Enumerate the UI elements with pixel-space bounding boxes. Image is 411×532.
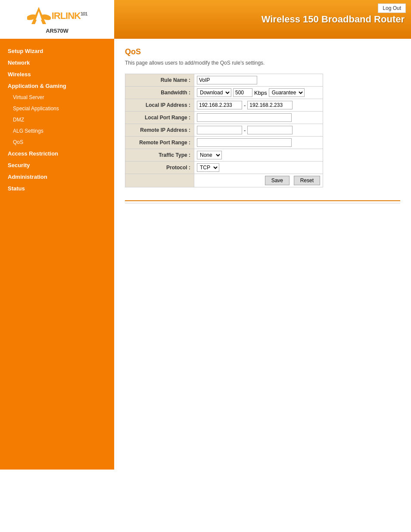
bandwidth-label: Bandwidth : <box>125 87 194 99</box>
traffic-type-label: Traffic Type : <box>125 149 194 162</box>
footer-line2 <box>125 203 400 203</box>
sidebar-item-wireless[interactable]: Wireless <box>0 68 114 80</box>
sidebar-item-access-restriction[interactable]: Access Restriction <box>0 148 114 159</box>
remote-ip-row: Remote IP Address : - <box>125 124 323 137</box>
remote-ip-cell: - <box>194 124 323 137</box>
bandwidth-controls: Download Upload Kbps Guarantee Maximum <box>197 88 320 97</box>
local-ip-to-input[interactable] <box>247 101 293 109</box>
local-port-input[interactable] <box>197 113 292 122</box>
qos-form-table: Rule Name : Bandwidth : Download Upload … <box>125 74 323 187</box>
protocol-cell: TCP UDP Both <box>194 162 323 174</box>
sidebar-item-application-gaming[interactable]: Application & Gaming <box>0 80 114 92</box>
rule-name-row: Rule Name : <box>125 74 323 87</box>
rule-name-input[interactable] <box>197 76 257 84</box>
remote-port-label: Remote Port Range : <box>125 137 194 149</box>
local-ip-from-input[interactable] <box>197 101 242 109</box>
main-container: Setup Wizard Network Wireless Applicatio… <box>0 39 411 470</box>
protocol-row: Protocol : TCP UDP Both <box>125 162 323 174</box>
sidebar-item-alg-settings[interactable]: ALG Settings <box>0 125 114 137</box>
remote-ip-controls: - <box>197 126 320 134</box>
page-description: This page allows users to add/modify the… <box>125 60 400 66</box>
airlink-logo: IRLINK101 <box>27 5 87 27</box>
local-port-label: Local Port Range : <box>125 112 194 124</box>
header-title: Wireless 150 Broadband Router <box>262 14 405 25</box>
rule-name-cell <box>194 74 323 87</box>
local-ip-controls: - <box>197 101 320 109</box>
sidebar-item-dmz[interactable]: DMZ <box>0 114 114 125</box>
protocol-select[interactable]: TCP UDP Both <box>197 163 219 172</box>
sidebar-item-administration[interactable]: Administration <box>0 171 114 183</box>
bandwidth-unit-label: Kbps <box>254 90 267 96</box>
traffic-type-cell: None VoIP HTTP FTP <box>194 149 323 162</box>
local-ip-label: Local IP Address : <box>125 99 194 112</box>
local-ip-row: Local IP Address : - <box>125 99 323 112</box>
bandwidth-direction-select[interactable]: Download Upload <box>197 88 231 97</box>
button-row: Save Reset <box>125 174 323 187</box>
sidebar-item-status[interactable]: Status <box>0 183 114 194</box>
local-ip-cell: - <box>194 99 323 112</box>
remote-ip-separator: - <box>244 127 246 134</box>
remote-port-input[interactable] <box>197 138 292 147</box>
logo-icon <box>27 5 51 27</box>
bandwidth-type-select[interactable]: Guarantee Maximum <box>269 88 305 97</box>
local-port-row: Local Port Range : <box>125 112 323 124</box>
local-port-cell <box>194 112 323 124</box>
rule-name-label: Rule Name : <box>125 74 194 87</box>
logout-button[interactable]: Log Out <box>378 3 406 13</box>
sidebar: Setup Wizard Network Wireless Applicatio… <box>0 39 114 470</box>
logo-container: IRLINK101 AR570W <box>0 0 114 39</box>
reset-button[interactable]: Reset <box>294 176 320 185</box>
protocol-label: Protocol : <box>125 162 194 174</box>
header: IRLINK101 AR570W Wireless 150 Broadband … <box>0 0 411 39</box>
remote-ip-from-input[interactable] <box>197 126 242 134</box>
button-cell: Save Reset <box>194 174 323 187</box>
model-label: AR570W <box>46 28 68 34</box>
local-ip-separator: - <box>244 102 246 109</box>
remote-ip-label: Remote IP Address : <box>125 124 194 137</box>
content-area: QoS This page allows users to add/modify… <box>114 39 411 470</box>
page-title: QoS <box>125 47 400 56</box>
traffic-type-row: Traffic Type : None VoIP HTTP FTP <box>125 149 323 162</box>
traffic-type-select[interactable]: None VoIP HTTP FTP <box>197 151 222 159</box>
bandwidth-row: Bandwidth : Download Upload Kbps Guarant… <box>125 87 323 99</box>
button-spacer <box>125 174 194 187</box>
remote-ip-to-input[interactable] <box>247 126 293 134</box>
sidebar-item-virtual-server[interactable]: Virtual Server <box>0 92 114 103</box>
sidebar-item-security[interactable]: Security <box>0 159 114 171</box>
logo-text: IRLINK101 <box>52 10 87 22</box>
remote-port-row: Remote Port Range : <box>125 137 323 149</box>
save-button[interactable]: Save <box>265 176 290 185</box>
sidebar-item-qos[interactable]: QoS <box>0 137 114 148</box>
sidebar-item-setup-wizard[interactable]: Setup Wizard <box>0 45 114 57</box>
footer-line1 <box>125 200 400 201</box>
bandwidth-value-input[interactable] <box>233 88 252 97</box>
remote-port-cell <box>194 137 323 149</box>
bandwidth-cell: Download Upload Kbps Guarantee Maximum <box>194 87 323 99</box>
sidebar-item-network[interactable]: Network <box>0 57 114 68</box>
sidebar-item-special-applications[interactable]: Special Applications <box>0 103 114 114</box>
